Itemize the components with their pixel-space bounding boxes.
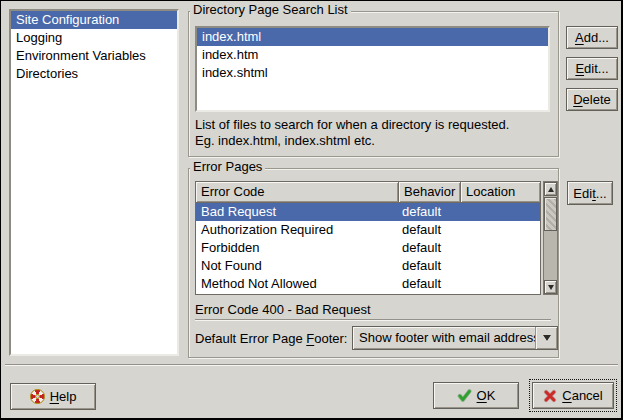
error-page-edit-button-label: Edit... <box>573 186 606 201</box>
help-button[interactable]: Help <box>10 383 96 410</box>
table-body[interactable]: Bad Request default Authorization Requir… <box>195 203 541 295</box>
list-item-label: index.htm <box>202 47 258 62</box>
add-button[interactable]: Add... <box>566 26 618 49</box>
default-error-page-footer-select[interactable]: Show footer with email address <box>352 326 558 350</box>
selected-error-status: Error Code 400 - Bad Request <box>195 302 371 317</box>
arrow-up-icon <box>548 187 554 192</box>
action-area-separator <box>5 364 618 366</box>
sidebar-item-label: Site Configuration <box>16 12 119 27</box>
chevron-down-icon <box>543 335 551 341</box>
table-header: Error Code Behavior Location <box>195 181 541 203</box>
default-error-page-footer-label: Default Error Page Footer: <box>195 331 347 346</box>
combo-arrow-button[interactable] <box>535 327 557 349</box>
footer-separator <box>195 319 551 321</box>
list-item-index-html[interactable]: index.html <box>197 28 548 46</box>
sidebar-item-label: Environment Variables <box>16 48 146 63</box>
table-scrollbar[interactable] <box>543 181 558 295</box>
check-icon <box>457 388 472 403</box>
combo-selected-value: Show footer with email address <box>353 327 535 349</box>
sidebar-item-label: Directories <box>16 66 78 81</box>
scrollbar-thumb[interactable] <box>544 197 557 231</box>
directory-page-list[interactable]: index.html index.htm index.shtml <box>195 26 550 112</box>
error-page-edit-button[interactable]: Edit... <box>567 181 613 205</box>
sidebar-item-environment-variables[interactable]: Environment Variables <box>11 47 177 65</box>
help-button-label: Help <box>50 389 77 404</box>
table-row-authorization-required[interactable]: Authorization Required default <box>196 221 540 239</box>
help-icon <box>30 389 45 404</box>
edit-button[interactable]: Edit... <box>566 57 618 80</box>
sidebar-item-logging[interactable]: Logging <box>11 29 177 47</box>
table-row-bad-request[interactable]: Bad Request default <box>196 203 540 221</box>
scrollbar-up-button[interactable] <box>544 182 557 196</box>
delete-button-label: Delete <box>573 92 611 107</box>
error-pages-title: Error Pages <box>190 160 265 174</box>
list-item-index-htm[interactable]: index.htm <box>197 46 548 64</box>
list-item-label: index.html <box>202 29 261 44</box>
column-header-error-code[interactable]: Error Code <box>195 181 399 203</box>
list-item-label: index.shtml <box>202 65 268 80</box>
directory-list-hint-line2: Eg. index.html, index.shtml etc. <box>195 133 375 148</box>
table-row-method-not-allowed[interactable]: Method Not Allowed default <box>196 275 540 293</box>
edit-button-label: Edit... <box>575 61 608 76</box>
add-button-label: Add... <box>575 30 609 45</box>
x-icon <box>543 389 557 403</box>
category-list[interactable]: Site Configuration Logging Environment V… <box>9 9 179 356</box>
error-pages-table: Error Code Behavior Location Bad Request… <box>195 181 541 295</box>
column-header-behavior[interactable]: Behavior <box>399 181 461 203</box>
ok-button[interactable]: OK <box>433 382 519 409</box>
list-item-index-shtml[interactable]: index.shtml <box>197 64 548 82</box>
column-header-location[interactable]: Location <box>461 181 541 203</box>
sidebar-item-label: Logging <box>16 30 62 45</box>
directory-list-hint-line1: List of files to search for when a direc… <box>195 117 509 132</box>
sidebar-item-site-configuration[interactable]: Site Configuration <box>11 11 177 29</box>
http-config-dialog: Site Configuration Logging Environment V… <box>0 0 623 420</box>
cancel-button-label: Cancel <box>562 388 602 403</box>
ok-button-label: OK <box>477 388 496 403</box>
directory-page-search-list-title: Directory Page Search List <box>190 3 351 17</box>
table-row-not-found[interactable]: Not Found default <box>196 257 540 275</box>
table-row-forbidden[interactable]: Forbidden default <box>196 239 540 257</box>
sidebar-item-directories[interactable]: Directories <box>11 65 177 83</box>
arrow-down-icon <box>548 285 554 290</box>
cancel-button[interactable]: Cancel <box>532 382 614 409</box>
delete-button[interactable]: Delete <box>566 88 618 111</box>
scrollbar-down-button[interactable] <box>544 280 557 294</box>
